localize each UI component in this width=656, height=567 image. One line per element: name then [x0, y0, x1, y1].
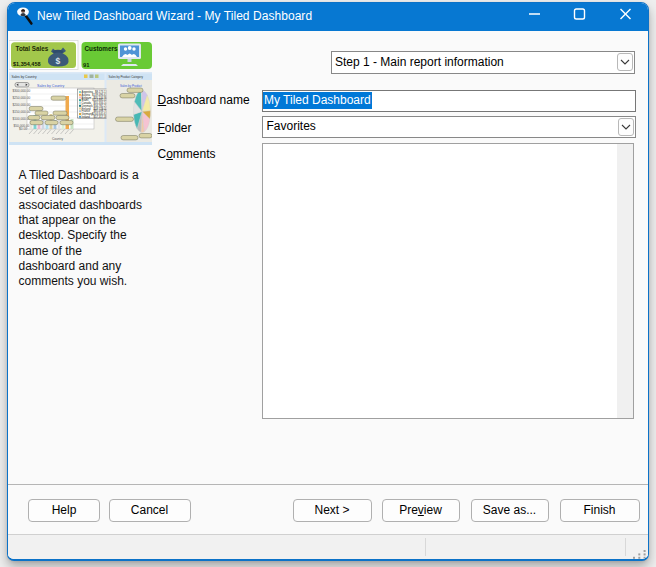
svg-text:Ireland: Ireland [82, 114, 91, 118]
svg-text:$1,354,458: $1,354,458 [13, 61, 41, 67]
svg-text:$0.00: $0.00 [19, 127, 27, 131]
svg-text:91: 91 [83, 62, 90, 68]
svg-text:Sales by Product: Sales by Product [120, 83, 142, 87]
svg-text:Total Sales: Total Sales [16, 45, 49, 52]
svg-text:$100,000.00: $100,000.00 [13, 116, 31, 120]
svg-text:$150,000.00: $150,000.00 [13, 109, 31, 113]
svg-text:$300,000.00: $300,000.00 [13, 88, 31, 92]
svg-text:$57,317.39: $57,317.39 [94, 114, 108, 118]
svg-text:Customers: Customers [85, 45, 118, 52]
svg-text:Sales by Country: Sales by Country [12, 75, 37, 79]
svg-text:$200,000.00: $200,000.00 [13, 102, 31, 106]
svg-text:Sales by Country: Sales by Country [37, 83, 65, 87]
svg-text:$250,000.00: $250,000.00 [13, 95, 31, 99]
svg-text:$: $ [56, 55, 61, 65]
svg-text:Sales by Product Category: Sales by Product Category [109, 75, 144, 79]
svg-text:Country: Country [52, 137, 64, 141]
